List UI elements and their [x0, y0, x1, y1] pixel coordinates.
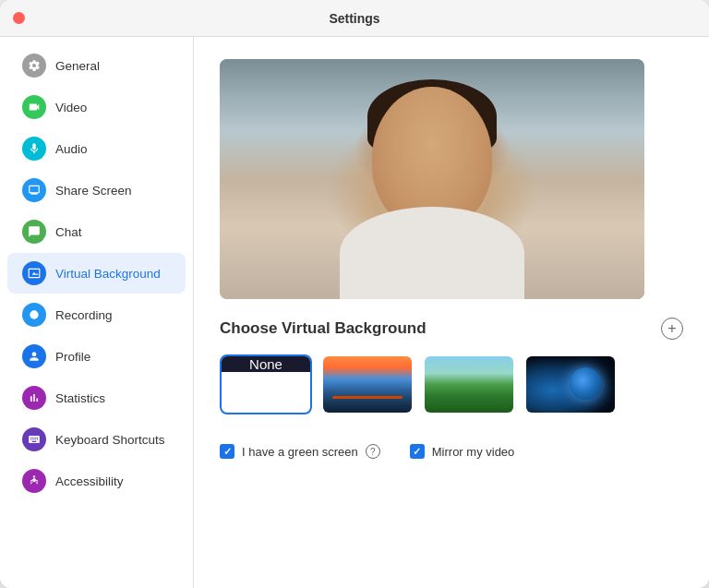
- settings-window: Settings General Video Audio: [0, 0, 709, 588]
- sidebar-item-label: Share Screen: [55, 184, 132, 198]
- gear-icon: [22, 54, 46, 78]
- bg-none-label: None: [222, 356, 310, 372]
- statistics-icon: [22, 386, 46, 410]
- add-background-button[interactable]: +: [661, 318, 683, 340]
- bg-earth-image: [526, 356, 615, 413]
- sidebar-item-profile[interactable]: Profile: [7, 336, 186, 377]
- video-icon: [22, 95, 46, 119]
- sidebar-item-label: Video: [55, 101, 87, 114]
- sidebar-item-general[interactable]: General: [7, 45, 186, 86]
- section-header: Choose Virtual Background +: [220, 318, 683, 340]
- accessibility-icon: [22, 469, 46, 493]
- content-area: General Video Audio Share Screen: [0, 37, 709, 588]
- main-content: Choose Virtual Background + None: [194, 37, 709, 588]
- sidebar-item-recording[interactable]: Recording: [7, 294, 186, 335]
- audio-icon: [22, 137, 46, 161]
- recording-icon: [22, 303, 46, 327]
- sidebar-item-label: Chat: [55, 225, 82, 239]
- titlebar: Settings: [0, 0, 709, 37]
- backgrounds-row: None: [220, 354, 683, 414]
- camera-feed: [220, 59, 644, 299]
- chat-icon: [22, 220, 46, 244]
- sidebar-item-label: General: [55, 59, 100, 73]
- green-screen-checkbox[interactable]: [220, 444, 234, 459]
- sidebar-item-label: Recording: [55, 308, 113, 322]
- person-body: [340, 207, 524, 299]
- green-screen-label: I have a green screen: [242, 445, 358, 459]
- virtual-background-icon: [22, 261, 46, 285]
- sidebar-item-accessibility[interactable]: Accessibility: [7, 461, 186, 501]
- sidebar-item-keyboard-shortcuts[interactable]: Keyboard Shortcuts: [7, 419, 186, 460]
- sidebar-item-share-screen[interactable]: Share Screen: [7, 170, 186, 210]
- sidebar-item-label: Accessibility: [55, 474, 124, 488]
- sidebar-item-video[interactable]: Video: [7, 87, 186, 127]
- sidebar-item-statistics[interactable]: Statistics: [7, 378, 186, 418]
- sidebar-item-audio[interactable]: Audio: [7, 128, 186, 169]
- footer-options: I have a green screen ? Mirror my video: [220, 437, 683, 459]
- svg-point-1: [33, 475, 35, 477]
- sidebar-item-label: Audio: [55, 142, 88, 156]
- help-icon[interactable]: ?: [366, 444, 380, 459]
- keyboard-icon: [22, 427, 46, 451]
- close-button[interactable]: [13, 12, 25, 24]
- camera-preview: [220, 59, 644, 299]
- window-title: Settings: [329, 11, 379, 26]
- sidebar-item-label: Virtual Background: [55, 267, 161, 281]
- share-screen-icon: [22, 178, 46, 202]
- bg-bridge-image: [323, 356, 412, 413]
- background-option-grass[interactable]: [423, 354, 515, 414]
- green-screen-option[interactable]: I have a green screen ?: [220, 444, 380, 459]
- sidebar: General Video Audio Share Screen: [0, 37, 194, 588]
- section-title-text: Choose Virtual Background: [220, 319, 427, 338]
- sidebar-item-label: Profile: [55, 350, 90, 364]
- background-option-bridge[interactable]: [321, 354, 414, 414]
- bg-grass-image: [425, 356, 513, 413]
- background-option-earth[interactable]: [524, 354, 617, 414]
- mirror-checkbox[interactable]: [410, 444, 425, 459]
- profile-icon: [22, 344, 46, 368]
- mirror-label: Mirror my video: [432, 445, 515, 459]
- background-option-none[interactable]: None: [220, 354, 312, 414]
- mirror-video-option[interactable]: Mirror my video: [410, 444, 515, 459]
- sidebar-item-label: Statistics: [55, 391, 105, 405]
- sidebar-item-chat[interactable]: Chat: [7, 211, 186, 252]
- sidebar-item-label: Keyboard Shortcuts: [55, 433, 165, 447]
- svg-point-0: [30, 310, 38, 318]
- sidebar-item-virtual-background[interactable]: Virtual Background: [7, 253, 186, 294]
